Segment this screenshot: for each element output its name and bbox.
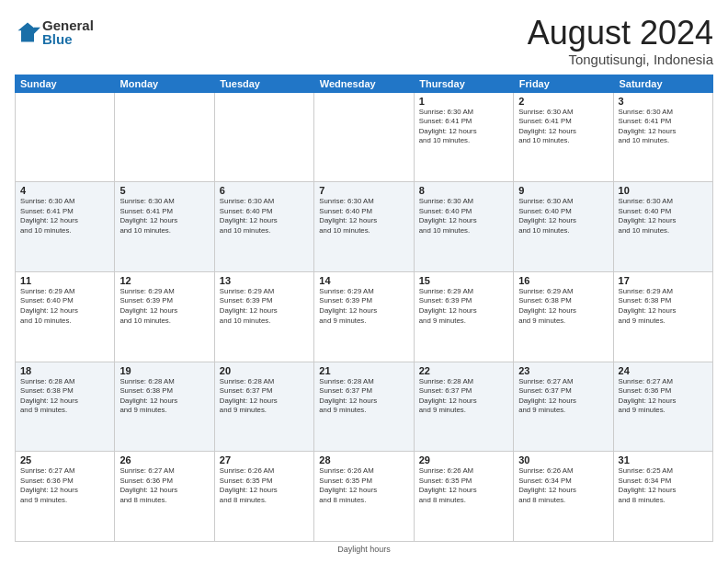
cell-info: Sunrise: 6:30 AM Sunset: 6:40 PM Dayligh…	[518, 197, 608, 236]
cell-info: Sunrise: 6:29 AM Sunset: 6:39 PM Dayligh…	[319, 287, 408, 326]
cal-cell: 10Sunrise: 6:30 AM Sunset: 6:40 PM Dayli…	[614, 182, 713, 271]
cal-cell: 11Sunrise: 6:29 AM Sunset: 6:40 PM Dayli…	[16, 272, 115, 362]
cell-info: Sunrise: 6:28 AM Sunset: 6:38 PM Dayligh…	[119, 377, 209, 416]
day-number: 2	[518, 96, 608, 107]
day-number: 3	[619, 96, 708, 107]
cal-cell: 13Sunrise: 6:29 AM Sunset: 6:39 PM Dayli…	[215, 272, 314, 362]
cell-info: Sunrise: 6:30 AM Sunset: 6:40 PM Dayligh…	[220, 197, 309, 236]
cal-cell: 1Sunrise: 6:30 AM Sunset: 6:41 PM Daylig…	[415, 93, 514, 182]
cell-info: Sunrise: 6:30 AM Sunset: 6:40 PM Dayligh…	[319, 197, 408, 236]
logo-general-text: General	[42, 18, 94, 32]
day-number: 24	[619, 365, 708, 376]
cell-info: Sunrise: 6:30 AM Sunset: 6:41 PM Dayligh…	[20, 197, 109, 236]
day-number: 15	[419, 275, 508, 286]
cell-info: Sunrise: 6:27 AM Sunset: 6:37 PM Dayligh…	[518, 377, 608, 416]
cell-info: Sunrise: 6:30 AM Sunset: 6:41 PM Dayligh…	[119, 197, 209, 236]
cal-cell	[215, 93, 314, 182]
cell-info: Sunrise: 6:26 AM Sunset: 6:34 PM Dayligh…	[518, 466, 608, 505]
day-number: 17	[619, 275, 708, 286]
cell-info: Sunrise: 6:26 AM Sunset: 6:35 PM Dayligh…	[419, 466, 508, 505]
cal-cell: 31Sunrise: 6:25 AM Sunset: 6:34 PM Dayli…	[614, 452, 713, 541]
cell-info: Sunrise: 6:25 AM Sunset: 6:34 PM Dayligh…	[619, 466, 708, 505]
header-saturday: Saturday	[613, 75, 713, 93]
day-number: 5	[119, 185, 209, 196]
cell-info: Sunrise: 6:30 AM Sunset: 6:40 PM Dayligh…	[619, 197, 708, 236]
cal-cell: 27Sunrise: 6:26 AM Sunset: 6:35 PM Dayli…	[215, 452, 314, 541]
day-number: 6	[220, 185, 309, 196]
calendar-body: 1Sunrise: 6:30 AM Sunset: 6:41 PM Daylig…	[15, 93, 713, 542]
cal-cell: 23Sunrise: 6:27 AM Sunset: 6:37 PM Dayli…	[514, 362, 613, 452]
day-number: 27	[220, 454, 309, 465]
day-number: 10	[619, 185, 708, 196]
cell-info: Sunrise: 6:30 AM Sunset: 6:40 PM Dayligh…	[419, 197, 508, 236]
cal-cell	[115, 93, 214, 182]
cal-cell: 17Sunrise: 6:29 AM Sunset: 6:38 PM Dayli…	[614, 272, 713, 362]
cal-week-0: 1Sunrise: 6:30 AM Sunset: 6:41 PM Daylig…	[15, 93, 713, 183]
cal-cell: 4Sunrise: 6:30 AM Sunset: 6:41 PM Daylig…	[16, 182, 115, 271]
cell-info: Sunrise: 6:29 AM Sunset: 6:40 PM Dayligh…	[20, 287, 109, 326]
day-number: 26	[119, 454, 209, 465]
cal-cell: 16Sunrise: 6:29 AM Sunset: 6:38 PM Dayli…	[514, 272, 613, 362]
logo-blue-text: Blue	[42, 32, 94, 46]
cell-info: Sunrise: 6:27 AM Sunset: 6:36 PM Dayligh…	[119, 466, 209, 505]
header-tuesday: Tuesday	[214, 75, 314, 93]
footer-note: Daylight hours	[15, 545, 713, 554]
cal-week-2: 11Sunrise: 6:29 AM Sunset: 6:40 PM Dayli…	[15, 272, 713, 362]
cal-cell: 9Sunrise: 6:30 AM Sunset: 6:40 PM Daylig…	[514, 182, 613, 271]
cell-info: Sunrise: 6:30 AM Sunset: 6:41 PM Dayligh…	[619, 108, 708, 146]
day-number: 30	[518, 454, 608, 465]
day-number: 9	[518, 185, 608, 196]
calendar-header: Sunday Monday Tuesday Wednesday Thursday…	[15, 75, 713, 93]
cell-info: Sunrise: 6:29 AM Sunset: 6:38 PM Dayligh…	[518, 287, 608, 326]
header-monday: Monday	[115, 75, 215, 93]
day-number: 13	[220, 275, 309, 286]
cal-cell: 26Sunrise: 6:27 AM Sunset: 6:36 PM Dayli…	[115, 452, 214, 541]
cal-cell: 8Sunrise: 6:30 AM Sunset: 6:40 PM Daylig…	[415, 182, 514, 271]
cal-cell: 3Sunrise: 6:30 AM Sunset: 6:41 PM Daylig…	[614, 93, 713, 182]
day-number: 28	[319, 454, 408, 465]
day-number: 23	[518, 365, 608, 376]
cell-info: Sunrise: 6:30 AM Sunset: 6:41 PM Dayligh…	[518, 108, 608, 146]
cell-info: Sunrise: 6:29 AM Sunset: 6:38 PM Dayligh…	[619, 287, 708, 326]
day-number: 12	[119, 275, 209, 286]
cal-cell: 18Sunrise: 6:28 AM Sunset: 6:38 PM Dayli…	[16, 362, 115, 452]
cal-cell	[16, 93, 115, 182]
logo: General Blue	[15, 18, 94, 46]
day-number: 1	[419, 96, 508, 107]
day-number: 11	[20, 275, 109, 286]
cal-week-3: 18Sunrise: 6:28 AM Sunset: 6:38 PM Dayli…	[15, 362, 713, 453]
day-number: 25	[20, 454, 109, 465]
cal-cell: 6Sunrise: 6:30 AM Sunset: 6:40 PM Daylig…	[215, 182, 314, 271]
day-number: 14	[319, 275, 408, 286]
cell-info: Sunrise: 6:28 AM Sunset: 6:38 PM Dayligh…	[20, 377, 109, 416]
cell-info: Sunrise: 6:26 AM Sunset: 6:35 PM Dayligh…	[319, 466, 408, 505]
cal-cell: 14Sunrise: 6:29 AM Sunset: 6:39 PM Dayli…	[314, 272, 414, 362]
cal-cell: 29Sunrise: 6:26 AM Sunset: 6:35 PM Dayli…	[415, 452, 514, 541]
svg-marker-1	[34, 28, 40, 34]
day-number: 21	[319, 365, 408, 376]
cal-cell: 30Sunrise: 6:26 AM Sunset: 6:34 PM Dayli…	[514, 452, 613, 541]
header-friday: Friday	[514, 75, 614, 93]
month-year: August 2024	[528, 15, 713, 52]
cell-info: Sunrise: 6:27 AM Sunset: 6:36 PM Dayligh…	[619, 377, 708, 416]
cal-cell: 5Sunrise: 6:30 AM Sunset: 6:41 PM Daylig…	[115, 182, 214, 271]
day-number: 4	[20, 185, 109, 196]
title-block: August 2024 Tongutisungi, Indonesia	[528, 15, 713, 67]
day-number: 8	[419, 185, 508, 196]
cell-info: Sunrise: 6:29 AM Sunset: 6:39 PM Dayligh…	[119, 287, 209, 326]
day-number: 29	[419, 454, 508, 465]
cal-cell: 2Sunrise: 6:30 AM Sunset: 6:41 PM Daylig…	[514, 93, 613, 182]
header-thursday: Thursday	[414, 75, 514, 93]
header-wednesday: Wednesday	[314, 75, 415, 93]
day-number: 18	[20, 365, 109, 376]
cal-cell: 7Sunrise: 6:30 AM Sunset: 6:40 PM Daylig…	[314, 182, 414, 271]
cal-cell: 20Sunrise: 6:28 AM Sunset: 6:37 PM Dayli…	[215, 362, 314, 452]
cell-info: Sunrise: 6:28 AM Sunset: 6:37 PM Dayligh…	[319, 377, 408, 416]
cal-cell: 21Sunrise: 6:28 AM Sunset: 6:37 PM Dayli…	[314, 362, 414, 452]
header: General Blue August 2024 Tongutisungi, I…	[15, 15, 713, 67]
logo-icon	[15, 19, 40, 45]
cal-cell	[314, 93, 414, 182]
cal-cell: 15Sunrise: 6:29 AM Sunset: 6:39 PM Dayli…	[415, 272, 514, 362]
day-number: 19	[119, 365, 209, 376]
location: Tongutisungi, Indonesia	[528, 52, 713, 67]
